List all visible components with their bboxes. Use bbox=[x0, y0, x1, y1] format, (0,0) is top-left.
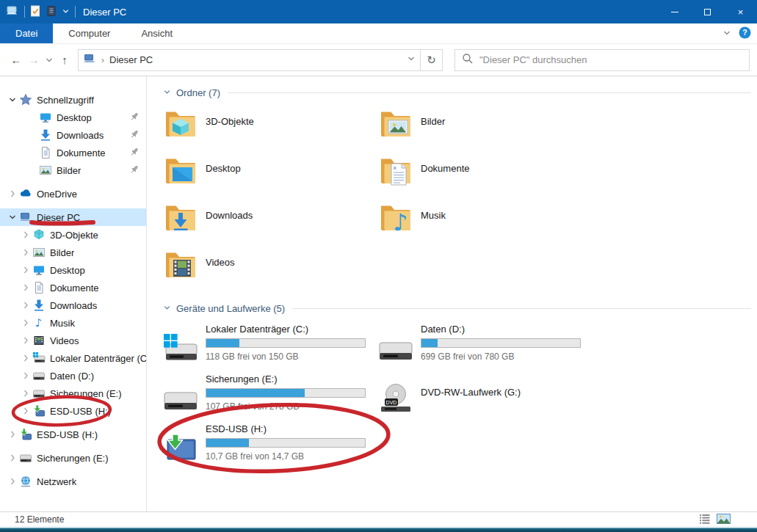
close-button[interactable]: × bbox=[724, 0, 757, 23]
sidebar-item-desktop[interactable]: Desktop bbox=[0, 261, 146, 279]
sidebar-item-lokaler-datentr-ger-c[interactable]: Lokaler Datenträger (C:) bbox=[0, 349, 146, 367]
chevron-right-icon[interactable] bbox=[6, 453, 18, 462]
sidebar-item-label: Dieser PC bbox=[37, 212, 80, 223]
tab-ansicht[interactable]: Ansicht bbox=[126, 23, 188, 43]
sidebar-item-dokumente[interactable]: Dokumente bbox=[0, 279, 146, 296]
sidebar-item-3d-objekte[interactable]: 3D-Objekte bbox=[0, 226, 146, 244]
sidebar-item-onedrive[interactable]: OneDrive bbox=[0, 185, 146, 203]
drive-tile-sicherungen-e[interactable]: Sicherungen (E:)107 GB frei von 278 GB bbox=[163, 371, 378, 421]
chevron-right-icon[interactable] bbox=[19, 371, 32, 380]
chevron-right-icon[interactable] bbox=[19, 266, 32, 274]
sidebar-item-dieser-pc[interactable]: Dieser PC bbox=[0, 208, 146, 226]
back-button[interactable]: ← bbox=[7, 51, 25, 70]
chevron-down-icon[interactable] bbox=[6, 213, 18, 222]
up-button[interactable]: ↑ bbox=[56, 51, 73, 70]
folder-tile-videos[interactable]: Videos bbox=[163, 247, 378, 294]
sidebar-item-bilder[interactable]: Bilder bbox=[0, 161, 146, 179]
refresh-button[interactable]: ↻ bbox=[420, 49, 443, 71]
help-icon[interactable]: ? bbox=[739, 26, 751, 41]
section-divider bbox=[228, 92, 751, 93]
ribbon-tabs: Datei Computer Ansicht ? bbox=[0, 23, 757, 44]
drive-win-icon bbox=[32, 351, 46, 365]
chevron-right-icon[interactable] bbox=[6, 477, 18, 486]
chevron-right-icon[interactable] bbox=[19, 230, 32, 239]
dieser-pc-icon bbox=[18, 211, 32, 224]
drive-name: Daten (D:) bbox=[421, 324, 581, 335]
sidebar-item-musik[interactable]: ♪Musik bbox=[0, 314, 146, 332]
chevron-right-icon[interactable] bbox=[19, 318, 32, 327]
folder-downloads-icon bbox=[163, 200, 198, 235]
folder-tile-dokumente[interactable]: Dokumente bbox=[378, 153, 593, 200]
drive-tile-dvd-rw-laufwerk-g[interactable]: DVDDVD-RW-Laufwerk (G:) bbox=[378, 371, 593, 421]
sidebar-item-label: 3D-Objekte bbox=[50, 230, 98, 241]
sidebar-item-daten-d[interactable]: Daten (D:) bbox=[0, 367, 146, 385]
folder-tile-musik[interactable]: ♪Musik bbox=[378, 200, 593, 247]
details-view-icon[interactable] bbox=[699, 514, 711, 526]
drive-tile-daten-d[interactable]: Daten (D:)699 GB frei von 780 GB bbox=[378, 321, 593, 371]
tab-datei[interactable]: Datei bbox=[0, 23, 53, 43]
item-count: 12 Elemente bbox=[15, 514, 64, 525]
folders-section-header[interactable]: Ordner (7) bbox=[163, 85, 757, 100]
folder-tile-desktop[interactable]: Desktop bbox=[163, 153, 378, 200]
chevron-right-icon[interactable] bbox=[19, 336, 32, 345]
window-controls: × bbox=[658, 0, 757, 23]
chevron-right-icon[interactable] bbox=[19, 407, 32, 415]
folder-tile-bilder[interactable]: Bilder bbox=[378, 106, 593, 153]
drive-tile-esd-usb-h[interactable]: ESD-USB (H:)10,7 GB frei von 14,7 GB bbox=[163, 421, 378, 471]
folder-tile-downloads[interactable]: Downloads bbox=[163, 200, 378, 247]
chevron-right-icon[interactable] bbox=[19, 283, 32, 292]
address-field[interactable]: › Dieser PC bbox=[78, 49, 420, 71]
minimize-button[interactable] bbox=[658, 0, 691, 23]
sidebar-item-sicherungen-e[interactable]: Sicherungen (E:) bbox=[0, 449, 146, 467]
folder-videos-icon bbox=[163, 247, 198, 282]
drive-tile-lokaler-datentr-ger-c[interactable]: Lokaler Datenträger (C:)118 GB frei von … bbox=[163, 321, 378, 371]
sidebar-item-sicherungen-e[interactable]: Sicherungen (E:) bbox=[0, 385, 146, 402]
properties-icon[interactable] bbox=[30, 5, 41, 19]
downloads-icon bbox=[38, 128, 52, 142]
dokumente-icon bbox=[38, 146, 52, 159]
address-dropdown-chevron-icon[interactable] bbox=[407, 54, 416, 65]
sidebar-item-bilder[interactable]: Bilder bbox=[0, 244, 146, 261]
sidebar-item-esd-usb-h[interactable]: ESD-USB (H:) bbox=[0, 426, 146, 443]
minimize-icon bbox=[671, 12, 678, 12]
sidebar-item-label: Schnellzugriff bbox=[37, 95, 94, 106]
expand-ribbon-chevron-icon[interactable] bbox=[722, 29, 731, 40]
section-divider bbox=[292, 308, 751, 309]
chevron-right-icon[interactable] bbox=[19, 354, 32, 362]
sidebar-item-esd-usb-h[interactable]: ESD-USB (H:) bbox=[0, 402, 146, 420]
search-input[interactable] bbox=[479, 54, 742, 65]
maximize-button[interactable] bbox=[691, 0, 724, 23]
folder-tile-3d-objekte[interactable]: 3D-Objekte bbox=[163, 106, 378, 153]
sidebar-item-netzwerk[interactable]: Netzwerk bbox=[0, 473, 146, 490]
pin-icon bbox=[129, 112, 140, 124]
sidebar-item-label: Bilder bbox=[57, 165, 81, 176]
folders-grid: 3D-ObjekteBilderDesktopDokumenteDownload… bbox=[163, 106, 757, 294]
sidebar-item-downloads[interactable]: Downloads bbox=[0, 126, 146, 144]
recent-locations-chevron-icon[interactable] bbox=[43, 51, 56, 70]
new-folder-icon[interactable] bbox=[46, 5, 57, 19]
chevron-right-icon[interactable] bbox=[19, 389, 32, 398]
sidebar-item-videos[interactable]: Videos bbox=[0, 332, 146, 349]
sidebar-item-label: Downloads bbox=[50, 300, 97, 311]
sidebar-item-downloads[interactable]: Downloads bbox=[0, 296, 146, 314]
breadcrumb[interactable]: Dieser PC bbox=[109, 54, 153, 65]
sidebar-item-schnellzugriff[interactable]: Schnellzugriff bbox=[0, 91, 146, 109]
drives-section-header[interactable]: Geräte und Laufwerke (5) bbox=[163, 301, 757, 316]
sidebar-item-dokumente[interactable]: Dokumente bbox=[0, 144, 146, 161]
chevron-right-icon[interactable] bbox=[6, 189, 18, 198]
sidebar-item-label: Daten (D:) bbox=[50, 371, 94, 382]
search-box bbox=[454, 49, 750, 71]
chevron-right-icon[interactable] bbox=[19, 301, 32, 310]
section-title: Ordner (7) bbox=[176, 87, 220, 98]
chevron-down-icon[interactable] bbox=[6, 95, 18, 104]
thumbnails-view-icon[interactable] bbox=[717, 514, 731, 526]
sidebar-item-label: Videos bbox=[50, 335, 79, 346]
chevron-right-icon[interactable] bbox=[19, 248, 32, 257]
chevron-right-icon[interactable] bbox=[6, 430, 18, 439]
qat-chevron-down-icon[interactable] bbox=[62, 7, 70, 18]
tab-computer[interactable]: Computer bbox=[53, 23, 126, 43]
drive-icon bbox=[32, 387, 46, 400]
star-icon bbox=[18, 93, 32, 106]
forward-button[interactable]: → bbox=[25, 51, 43, 70]
sidebar-item-desktop[interactable]: Desktop bbox=[0, 109, 146, 126]
